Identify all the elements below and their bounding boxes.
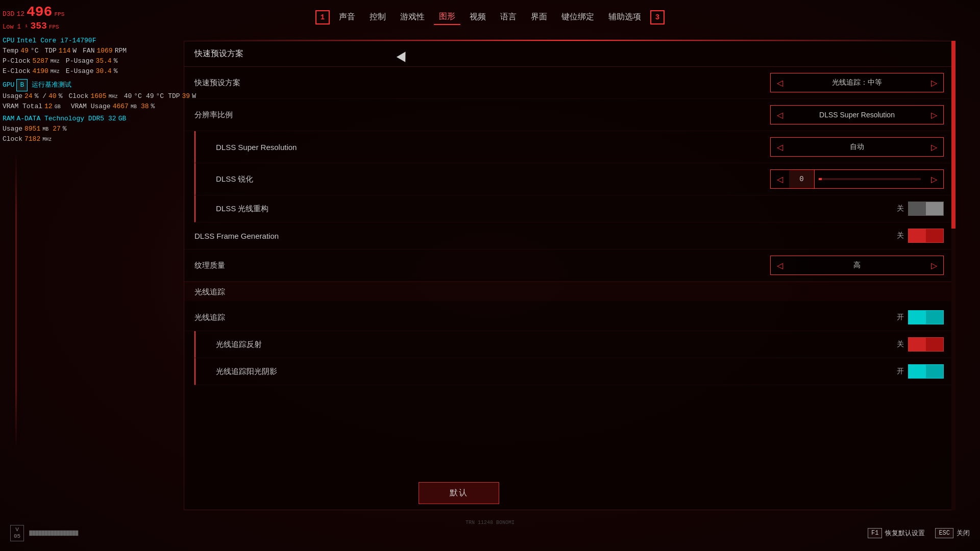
dlss-sharpness-value: 0 bbox=[789, 170, 815, 188]
cpu-value: Intel Core i7-14790F bbox=[16, 36, 96, 46]
nav-item-graphics[interactable]: 图形 bbox=[434, 9, 460, 25]
eusage-label: E-Usage bbox=[66, 66, 94, 77]
f1-badge[interactable]: F1 bbox=[868, 528, 882, 538]
ram-usage-label: Usage bbox=[3, 124, 22, 134]
scrollbar[interactable] bbox=[951, 41, 955, 510]
rt-sun-shadows-control[interactable]: 开 bbox=[883, 364, 944, 379]
nav-item-accessibility[interactable]: 辅助选项 bbox=[603, 10, 646, 24]
dlss-sharpness-fill bbox=[819, 178, 822, 180]
texture-quality-control[interactable]: ◁ 高 ▷ bbox=[770, 256, 944, 275]
dlss-recon-row: DLSS 光线重构 关 bbox=[194, 195, 954, 222]
gpu-label: GPU bbox=[3, 80, 14, 90]
eusage-unit: % bbox=[114, 66, 118, 77]
ram-clock-label: Clock bbox=[3, 134, 22, 144]
texture-quality-prev[interactable]: ◁ bbox=[771, 256, 789, 275]
ram-unit: GB bbox=[118, 114, 127, 124]
tdp-label: TDP bbox=[44, 46, 56, 56]
gpu-temp2: 49 bbox=[146, 91, 154, 102]
nav-badge-right[interactable]: 3 bbox=[650, 10, 665, 24]
resolution-ratio-next[interactable]: ▷ bbox=[925, 105, 943, 124]
quick-preset-label: 快速预设方案 bbox=[194, 78, 770, 88]
f1-label: 恢复默认设置 bbox=[885, 529, 925, 538]
gpu-tdp-unit: W bbox=[192, 91, 196, 102]
pusage-val: 35.4 bbox=[95, 56, 111, 66]
fan-val: 1069 bbox=[96, 46, 112, 56]
quick-preset-next[interactable]: ▷ bbox=[925, 73, 943, 92]
texture-quality-row: 纹理质量 ◁ 高 ▷ bbox=[184, 249, 954, 282]
dlss-frame-gen-control[interactable]: 关 bbox=[883, 229, 944, 243]
dlss-recon-control[interactable]: 关 bbox=[883, 202, 944, 216]
rt-sun-shadows-toggle[interactable] bbox=[908, 364, 944, 379]
bottom-bar: V 05 ████████████████ F1 恢复默认设置 ESC 关闭 bbox=[0, 515, 980, 551]
pclock-val: 5287 bbox=[33, 56, 48, 66]
tdp-unit: W bbox=[72, 46, 77, 56]
nav-item-sound[interactable]: 声音 bbox=[334, 10, 360, 24]
resolution-ratio-prev[interactable]: ◁ bbox=[771, 105, 789, 124]
dlss-super-res-label: DLSS Super Resolution bbox=[216, 143, 770, 152]
dlss-sharpness-control[interactable]: ◁ 0 ▷ bbox=[770, 169, 944, 189]
rt-reflections-toggle[interactable] bbox=[908, 337, 944, 352]
raytracing-label: 光线追踪 bbox=[194, 313, 883, 322]
hud-overlay: D3D 12 496 FPS Low 1 ¹ 353 FPS CPU Intel… bbox=[3, 5, 196, 144]
nav-item-language[interactable]: 语言 bbox=[495, 10, 522, 24]
d3d-num: 12 bbox=[16, 9, 24, 19]
section-raytracing: 光线追踪 bbox=[184, 282, 954, 301]
panel-top-border bbox=[183, 40, 955, 41]
eclock-unit: MHz bbox=[51, 68, 60, 76]
side-decoration bbox=[15, 153, 17, 449]
quick-preset-row: 快速预设方案 ◁ 光线追踪：中等 ▷ bbox=[184, 67, 954, 99]
ram-usage-pct-unit: % bbox=[63, 124, 67, 134]
ram-usage-val: 8951 bbox=[24, 124, 40, 134]
texture-quality-label: 纹理质量 bbox=[194, 261, 770, 270]
rt-reflections-control[interactable]: 关 bbox=[883, 337, 944, 352]
fan-unit: RPM bbox=[115, 46, 127, 56]
dlss-sharpness-label: DLSS 锐化 bbox=[216, 174, 770, 184]
temp-val: 49 bbox=[20, 46, 29, 56]
texture-quality-next[interactable]: ▷ bbox=[925, 256, 943, 275]
ram-clock-unit: MHz bbox=[42, 136, 52, 144]
pusage-unit: % bbox=[114, 56, 118, 66]
nav-badge-left[interactable]: 1 bbox=[315, 10, 330, 24]
eusage-val: 30.4 bbox=[95, 66, 111, 77]
dlss-sharpness-track[interactable] bbox=[819, 178, 921, 180]
gpu-clock-unit: MHz bbox=[109, 93, 118, 101]
cpu-label: CPU bbox=[3, 36, 14, 46]
dlss-super-res-next[interactable]: ▷ bbox=[925, 137, 943, 157]
rt-sun-shadows-row: 光线追踪阳光阴影 开 bbox=[194, 358, 954, 385]
nav-item-video[interactable]: 视频 bbox=[464, 10, 491, 24]
quick-preset-prev[interactable]: ◁ bbox=[771, 73, 789, 92]
dlss-sharpness-prev[interactable]: ◁ bbox=[771, 169, 789, 189]
dlss-frame-gen-label: DLSS Frame Generation bbox=[194, 232, 883, 240]
gpu-temp-unit: °C bbox=[134, 91, 142, 102]
dlss-sharpness-next[interactable]: ▷ bbox=[925, 169, 943, 189]
version-text: ████████████████ bbox=[29, 531, 78, 536]
raytracing-toggle[interactable] bbox=[908, 310, 944, 324]
hotkey-f1: F1 恢复默认设置 bbox=[868, 528, 925, 538]
ram-usage-mb: MB bbox=[42, 126, 48, 134]
nav-item-control[interactable]: 控制 bbox=[364, 10, 391, 24]
nav-item-keybind[interactable]: 键位绑定 bbox=[556, 10, 599, 24]
scrollbar-thumb bbox=[951, 41, 955, 229]
bottom-spacer bbox=[184, 385, 954, 436]
benchmark-badge[interactable]: B bbox=[16, 79, 28, 91]
default-button-container: 默认 bbox=[419, 482, 499, 504]
nav-item-gameplay[interactable]: 游戏性 bbox=[395, 10, 430, 24]
esc-label: 关闭 bbox=[957, 529, 970, 538]
raytracing-control[interactable]: 开 bbox=[883, 310, 944, 324]
vram-usage-unit: MB bbox=[131, 103, 137, 111]
resolution-ratio-row: 分辨率比例 ◁ DLSS Super Resolution ▷ bbox=[184, 99, 954, 131]
nav-item-ui[interactable]: 界面 bbox=[526, 10, 552, 24]
dlss-recon-toggle[interactable] bbox=[908, 202, 944, 216]
dlss-super-res-control[interactable]: ◁ 自动 ▷ bbox=[770, 137, 944, 157]
resolution-ratio-control[interactable]: ◁ DLSS Super Resolution ▷ bbox=[770, 105, 944, 124]
dlss-frame-gen-toggle[interactable] bbox=[908, 229, 944, 243]
vram-total-val: 12 bbox=[44, 102, 53, 112]
default-button[interactable]: 默认 bbox=[419, 482, 499, 504]
resolution-ratio-label: 分辨率比例 bbox=[194, 110, 770, 120]
dlss-super-res-value: 自动 bbox=[789, 142, 925, 152]
pusage-label: P-Usage bbox=[66, 56, 94, 66]
esc-badge[interactable]: ESC bbox=[935, 528, 953, 538]
quick-preset-control[interactable]: ◁ 光线追踪：中等 ▷ bbox=[770, 73, 944, 92]
dlss-super-res-prev[interactable]: ◁ bbox=[771, 137, 789, 157]
raytracing-status: 开 bbox=[897, 313, 904, 322]
